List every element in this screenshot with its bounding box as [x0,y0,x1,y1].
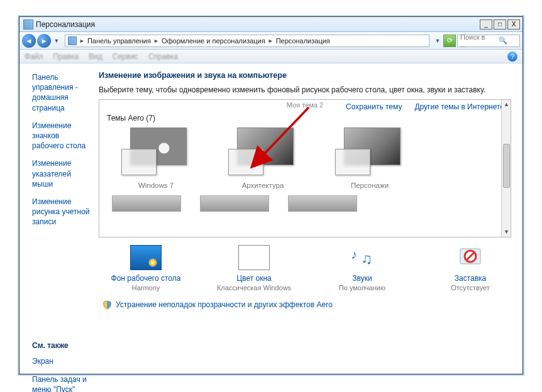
scroll-up-icon[interactable]: ▲ [502,100,511,109]
titlebar[interactable]: Персонализация _ □ X [19,17,523,32]
window-color-icon [238,245,270,270]
scroll-down-icon[interactable]: ▼ [502,227,511,237]
svg-text:♫: ♫ [361,250,372,267]
sidebar-change-account-picture[interactable]: Изменение рисунка учетной записи [32,197,92,227]
sidebar-change-desktop-icons[interactable]: Изменение значков рабочего стола [32,121,92,151]
maximize-button[interactable]: □ [494,19,506,30]
window-color-button[interactable]: Цвет окна Классическая Windows [213,245,295,291]
minimize-button[interactable]: _ [480,19,492,30]
window-color-title: Цвет окна [213,274,295,283]
breadcrumb-control-panel[interactable]: Панель управления [87,37,151,45]
breadcrumb-personalization[interactable]: Персонализация [276,37,330,45]
desktop-background-title: Фон рабочего стола [105,274,187,283]
back-button[interactable]: ◄ [22,34,36,48]
screensaver-title: Заставка [429,274,511,283]
screensaver-value: Отсутствует [429,284,511,291]
theme-characters[interactable]: Персонажи [326,128,414,189]
close-button[interactable]: X [507,19,520,30]
more-themes-link[interactable]: Другие темы в Интернете [414,102,504,111]
chevron-right-icon: ► [79,38,85,44]
sidebar-change-mouse-pointers[interactable]: Изменение указателей мыши [32,158,92,189]
menu-file[interactable]: Файл [25,52,43,61]
troubleshoot-row: Устранение неполадок прозрачности и друг… [99,300,511,310]
bottom-settings-row: Фон рабочего стола Harmony Цвет окна Кла… [99,245,511,291]
sidebar: Панель управления - домашняя страница Из… [19,63,99,374]
forward-button[interactable]: ► [37,34,51,48]
themes-scrollbar[interactable]: ▲ ▼ [501,100,511,237]
page-heading: Изменение изображения и звука на компьют… [99,71,511,80]
svg-text:♪: ♪ [351,248,357,261]
theme-thumb-partial[interactable] [112,195,181,212]
shield-icon [102,300,112,310]
page-subtext: Выберите тему, чтобы одновременно измени… [99,85,511,95]
nav-history-dropdown[interactable]: ▼ [52,34,61,48]
help-icon[interactable]: ? [507,52,517,62]
window-color-value: Классическая Windows [213,284,295,291]
sounds-title: Звуки [321,274,403,283]
sidebar-taskbar-start[interactable]: Панель задач и меню "Пуск" [32,374,92,392]
chevron-right-icon: ► [153,38,159,44]
desktop-background-icon [130,245,162,270]
theme-thumb-partial[interactable] [288,195,357,212]
menu-tools[interactable]: Сервис [113,52,138,61]
troubleshoot-aero-link[interactable]: Устранение неполадок прозрачности и друг… [116,300,333,309]
desktop-background-button[interactable]: Фон рабочего стола Harmony [105,245,187,291]
navbar: ◄ ► ▼ ► Панель управления ► Оформление и… [19,32,523,50]
aero-themes-heading: Темы Aero (7) [107,114,504,122]
menu-help[interactable]: Справка [148,52,178,61]
personalization-window: Персонализация _ □ X ◄ ► ▼ ► Панель упра… [19,16,523,374]
theme-thumb-partial[interactable] [200,195,269,212]
address-bar[interactable]: ► Панель управления ► Оформление и персо… [65,35,429,47]
desktop-background-value: Harmony [105,284,187,291]
search-box[interactable]: Поиск в ... 🔍 [457,35,520,47]
theme-label: Windows 7 [112,182,200,189]
screensaver-icon [455,245,486,270]
theme-architecture[interactable]: Архитектура [219,128,307,189]
theme-label: Персонажи [326,182,414,189]
save-theme-link[interactable]: Сохранить тему [346,102,402,111]
search-placeholder: Поиск в ... [460,33,489,48]
menu-view[interactable]: Вид [89,52,102,61]
sounds-value: По умолчанию [321,284,403,291]
main-content: Изменение изображения и звука на компьют… [99,63,523,374]
theme-windows7[interactable]: Windows 7 [112,128,200,189]
app-icon [23,19,33,30]
theme-label: Архитектура [219,182,307,189]
themes-pane: Моя тема 2 Сохранить тему Другие темы в … [99,99,511,237]
see-also-heading: См. также [32,341,92,350]
address-dropdown[interactable]: ▼ [433,34,442,48]
refresh-button[interactable]: ⟳ [443,35,456,47]
chevron-right-icon: ► [268,38,274,44]
menubar: Файл Правка Вид Сервис Справка ? [19,50,523,63]
scroll-thumb[interactable] [503,144,510,188]
search-icon[interactable]: 🔍 [489,36,517,45]
sidebar-home-link[interactable]: Панель управления - домашняя страница [32,72,92,113]
location-icon [68,36,77,45]
my-theme-label: Моя тема 2 [287,101,323,109]
menu-edit[interactable]: Правка [53,52,79,61]
sidebar-display[interactable]: Экран [32,356,92,366]
window-title: Персонализация [36,20,480,29]
sounds-button[interactable]: ♪♫ Звуки По умолчанию [321,245,403,291]
breadcrumb-appearance[interactable]: Оформление и персонализация [162,37,265,45]
sounds-icon: ♪♫ [346,245,378,270]
screensaver-button[interactable]: Заставка Отсутствует [429,245,511,291]
